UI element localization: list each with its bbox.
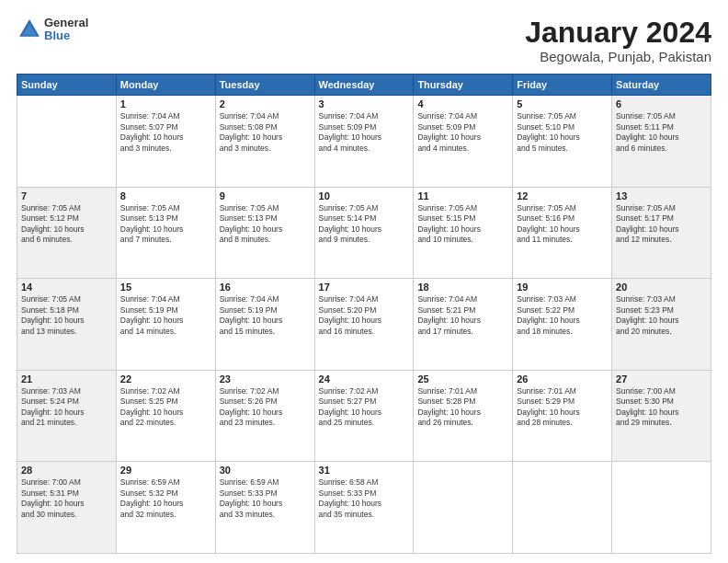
day-number: 14 — [21, 282, 112, 293]
day-info: Sunrise: 7:05 AM Sunset: 5:15 PM Dayligh… — [417, 203, 508, 246]
table-row: 24Sunrise: 7:02 AM Sunset: 5:27 PM Dayli… — [314, 370, 414, 462]
day-number: 12 — [517, 190, 608, 201]
table-row — [414, 462, 513, 554]
day-info: Sunrise: 7:00 AM Sunset: 5:31 PM Dayligh… — [21, 477, 112, 520]
day-number: 3 — [319, 98, 410, 109]
logo-text: General Blue — [44, 17, 88, 43]
day-info: Sunrise: 7:02 AM Sunset: 5:27 PM Dayligh… — [319, 386, 410, 429]
table-row: 8Sunrise: 7:05 AM Sunset: 5:13 PM Daylig… — [116, 187, 215, 279]
day-number: 29 — [120, 465, 211, 476]
day-info: Sunrise: 7:05 AM Sunset: 5:13 PM Dayligh… — [120, 203, 211, 246]
day-info: Sunrise: 7:05 AM Sunset: 5:18 PM Dayligh… — [21, 294, 112, 337]
day-number: 10 — [319, 190, 410, 201]
day-number: 6 — [616, 98, 707, 109]
col-sunday: Sunday — [17, 75, 117, 96]
day-number: 2 — [220, 98, 311, 109]
day-info: Sunrise: 6:58 AM Sunset: 5:33 PM Dayligh… — [319, 477, 410, 520]
calendar-header-row: Sunday Monday Tuesday Wednesday Thursday… — [17, 75, 711, 96]
table-row: 11Sunrise: 7:05 AM Sunset: 5:15 PM Dayli… — [414, 187, 513, 279]
table-row: 19Sunrise: 7:03 AM Sunset: 5:22 PM Dayli… — [513, 279, 612, 371]
day-info: Sunrise: 7:01 AM Sunset: 5:28 PM Dayligh… — [417, 386, 508, 429]
day-number: 7 — [21, 190, 112, 201]
table-row: 1Sunrise: 7:04 AM Sunset: 5:07 PM Daylig… — [116, 96, 215, 188]
day-info: Sunrise: 7:04 AM Sunset: 5:07 PM Dayligh… — [120, 111, 211, 154]
table-row: 13Sunrise: 7:05 AM Sunset: 5:17 PM Dayli… — [612, 187, 711, 279]
table-row: 3Sunrise: 7:04 AM Sunset: 5:09 PM Daylig… — [314, 96, 414, 188]
col-tuesday: Tuesday — [215, 75, 314, 96]
page: General Blue January 2024 Begowala, Punj… — [0, 0, 728, 563]
table-row — [17, 96, 117, 188]
day-number: 28 — [21, 465, 112, 476]
page-subtitle: Begowala, Punjab, Pakistan — [525, 49, 711, 64]
day-number: 8 — [120, 190, 211, 201]
logo-general-label: General — [44, 17, 88, 29]
table-row: 4Sunrise: 7:04 AM Sunset: 5:09 PM Daylig… — [414, 96, 513, 188]
table-row — [513, 462, 612, 554]
day-number: 31 — [319, 465, 410, 476]
table-row: 6Sunrise: 7:05 AM Sunset: 5:11 PM Daylig… — [612, 96, 711, 188]
day-info: Sunrise: 7:02 AM Sunset: 5:25 PM Dayligh… — [120, 386, 211, 429]
day-info: Sunrise: 7:03 AM Sunset: 5:23 PM Dayligh… — [616, 294, 707, 337]
table-row: 22Sunrise: 7:02 AM Sunset: 5:25 PM Dayli… — [116, 370, 215, 462]
day-number: 9 — [220, 190, 311, 201]
day-info: Sunrise: 7:05 AM Sunset: 5:13 PM Dayligh… — [220, 203, 311, 246]
header: General Blue January 2024 Begowala, Punj… — [17, 17, 711, 64]
day-info: Sunrise: 7:05 AM Sunset: 5:14 PM Dayligh… — [319, 203, 410, 246]
table-row: 9Sunrise: 7:05 AM Sunset: 5:13 PM Daylig… — [215, 187, 314, 279]
col-wednesday: Wednesday — [314, 75, 414, 96]
table-row: 7Sunrise: 7:05 AM Sunset: 5:12 PM Daylig… — [17, 187, 117, 279]
day-info: Sunrise: 7:04 AM Sunset: 5:21 PM Dayligh… — [417, 294, 508, 337]
title-block: January 2024 Begowala, Punjab, Pakistan — [525, 17, 711, 64]
table-row: 25Sunrise: 7:01 AM Sunset: 5:28 PM Dayli… — [414, 370, 513, 462]
table-row: 17Sunrise: 7:04 AM Sunset: 5:20 PM Dayli… — [314, 279, 414, 371]
table-row: 14Sunrise: 7:05 AM Sunset: 5:18 PM Dayli… — [17, 279, 117, 371]
day-number: 4 — [417, 98, 508, 109]
day-info: Sunrise: 7:04 AM Sunset: 5:19 PM Dayligh… — [220, 294, 311, 337]
day-info: Sunrise: 7:04 AM Sunset: 5:08 PM Dayligh… — [220, 111, 311, 154]
table-row: 26Sunrise: 7:01 AM Sunset: 5:29 PM Dayli… — [513, 370, 612, 462]
table-row: 15Sunrise: 7:04 AM Sunset: 5:19 PM Dayli… — [116, 279, 215, 371]
table-row: 18Sunrise: 7:04 AM Sunset: 5:21 PM Dayli… — [414, 279, 513, 371]
day-number: 25 — [417, 373, 508, 385]
day-info: Sunrise: 7:05 AM Sunset: 5:17 PM Dayligh… — [616, 203, 707, 246]
day-info: Sunrise: 7:04 AM Sunset: 5:09 PM Dayligh… — [319, 111, 410, 154]
table-row: 20Sunrise: 7:03 AM Sunset: 5:23 PM Dayli… — [612, 279, 711, 371]
calendar-week-row: 14Sunrise: 7:05 AM Sunset: 5:18 PM Dayli… — [17, 279, 711, 371]
day-info: Sunrise: 7:04 AM Sunset: 5:09 PM Dayligh… — [417, 111, 508, 154]
day-number: 23 — [220, 373, 311, 385]
calendar-table: Sunday Monday Tuesday Wednesday Thursday… — [17, 74, 711, 554]
day-number: 22 — [120, 373, 211, 385]
day-number: 19 — [517, 282, 608, 293]
day-info: Sunrise: 7:00 AM Sunset: 5:30 PM Dayligh… — [616, 386, 707, 429]
table-row: 21Sunrise: 7:03 AM Sunset: 5:24 PM Dayli… — [17, 370, 117, 462]
day-number: 11 — [417, 190, 508, 201]
table-row: 16Sunrise: 7:04 AM Sunset: 5:19 PM Dayli… — [215, 279, 314, 371]
col-friday: Friday — [513, 75, 612, 96]
table-row — [612, 462, 711, 554]
col-monday: Monday — [116, 75, 215, 96]
page-title: January 2024 — [525, 17, 711, 49]
calendar-week-row: 21Sunrise: 7:03 AM Sunset: 5:24 PM Dayli… — [17, 370, 711, 462]
day-number: 17 — [319, 282, 410, 293]
day-number: 5 — [517, 98, 608, 109]
logo-blue-label: Blue — [44, 29, 88, 42]
day-number: 21 — [21, 373, 112, 385]
day-number: 26 — [517, 373, 608, 385]
table-row: 30Sunrise: 6:59 AM Sunset: 5:33 PM Dayli… — [215, 462, 314, 554]
day-number: 13 — [616, 190, 707, 201]
day-info: Sunrise: 7:02 AM Sunset: 5:26 PM Dayligh… — [220, 386, 311, 429]
day-number: 20 — [616, 282, 707, 293]
table-row: 10Sunrise: 7:05 AM Sunset: 5:14 PM Dayli… — [314, 187, 414, 279]
day-number: 27 — [616, 373, 707, 385]
day-number: 15 — [120, 282, 211, 293]
table-row: 28Sunrise: 7:00 AM Sunset: 5:31 PM Dayli… — [17, 462, 117, 554]
calendar-week-row: 7Sunrise: 7:05 AM Sunset: 5:12 PM Daylig… — [17, 187, 711, 279]
table-row: 5Sunrise: 7:05 AM Sunset: 5:10 PM Daylig… — [513, 96, 612, 188]
table-row: 23Sunrise: 7:02 AM Sunset: 5:26 PM Dayli… — [215, 370, 314, 462]
day-info: Sunrise: 6:59 AM Sunset: 5:33 PM Dayligh… — [220, 477, 311, 520]
day-number: 24 — [319, 373, 410, 385]
day-info: Sunrise: 7:05 AM Sunset: 5:10 PM Dayligh… — [517, 111, 608, 154]
table-row: 29Sunrise: 6:59 AM Sunset: 5:32 PM Dayli… — [116, 462, 215, 554]
day-info: Sunrise: 7:03 AM Sunset: 5:22 PM Dayligh… — [517, 294, 608, 337]
table-row: 31Sunrise: 6:58 AM Sunset: 5:33 PM Dayli… — [314, 462, 414, 554]
